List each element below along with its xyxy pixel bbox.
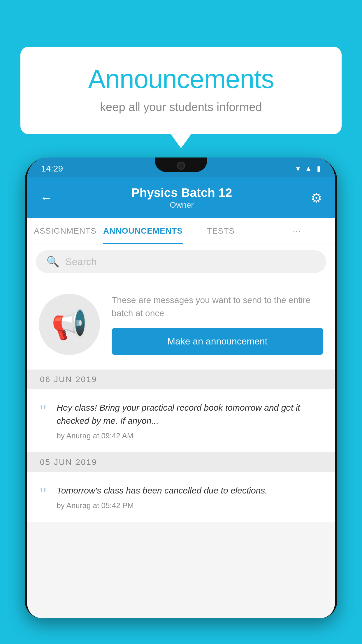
header-subtitle: Owner [53,200,311,210]
status-time: 14:29 [41,164,63,174]
announcement-content-1: Hey class! Bring your practical record b… [57,401,322,440]
date-separator-2: 05 JUN 2019 [27,452,335,472]
announcement-item-1[interactable]: " Hey class! Bring your practical record… [27,389,335,452]
bubble-title: Announcements [44,64,318,94]
speech-bubble: Announcements keep all your students inf… [20,47,342,134]
announcement-item-2[interactable]: " Tomorrow's class has been cancelled du… [27,472,335,522]
tab-tests[interactable]: TESTS [183,218,259,244]
speech-bubble-container: Announcements keep all your students inf… [20,47,342,134]
header-title: Physics Batch 12 [53,186,311,200]
quote-icon-2: " [40,486,46,510]
tab-announcements[interactable]: ANNOUNCEMENTS [103,218,183,244]
back-button[interactable]: ← [40,190,53,205]
search-box[interactable]: 🔍 Search [36,250,326,273]
make-announcement-button[interactable]: Make an announcement [112,328,323,355]
announcement-message-2: Tomorrow's class has been cancelled due … [57,484,322,497]
status-icons: ▾ ▲ ▮ [296,164,321,173]
header-center: Physics Batch 12 Owner [53,186,311,210]
quote-icon-1: " [40,403,46,440]
phone-container: 14:29 ▾ ▲ ▮ ← Physics Batch 12 Owner ⚙ [25,158,337,644]
phone-frame: 14:29 ▾ ▲ ▮ ← Physics Batch 12 Owner ⚙ [25,158,337,618]
search-icon: 🔍 [46,256,59,268]
announcement-message-1: Hey class! Bring your practical record b… [57,401,322,427]
battery-icon: ▮ [317,164,321,173]
camera [177,162,185,170]
placeholder-right: These are messages you want to send to t… [112,293,323,355]
tab-bar: ASSIGNMENTS ANNOUNCEMENTS TESTS ⋯ [27,218,335,244]
tab-more[interactable]: ⋯ [259,218,335,244]
announcement-placeholder: 📢 These are messages you want to send to… [27,279,335,370]
announcement-meta-2: by Anurag at 05:42 PM [57,501,322,510]
megaphone-icon: 📢 [51,307,88,342]
search-input[interactable]: Search [65,256,97,267]
placeholder-description: These are messages you want to send to t… [112,293,323,320]
search-container: 🔍 Search [27,244,335,279]
megaphone-circle: 📢 [39,294,100,355]
phone-notch [155,158,207,172]
phone-screen: 14:29 ▾ ▲ ▮ ← Physics Batch 12 Owner ⚙ [27,158,335,618]
signal-icon: ▲ [305,164,312,173]
wifi-icon: ▾ [296,164,300,173]
announcement-content-2: Tomorrow's class has been cancelled due … [57,484,322,510]
announcement-meta-1: by Anurag at 09:42 AM [57,431,322,440]
date-separator-1: 06 JUN 2019 [27,370,335,389]
tab-assignments[interactable]: ASSIGNMENTS [27,218,103,244]
bubble-subtitle: keep all your students informed [44,101,318,114]
app-header: ← Physics Batch 12 Owner ⚙ [27,177,335,218]
settings-icon[interactable]: ⚙ [311,190,322,205]
